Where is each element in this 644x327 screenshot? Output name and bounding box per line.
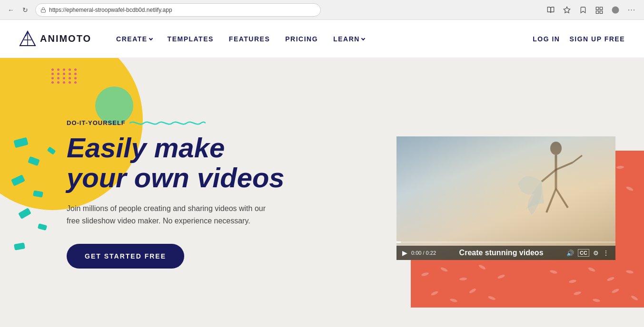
favorites-button[interactable] — [560, 3, 574, 17]
menu-button[interactable]: ··· — [625, 3, 638, 17]
login-link[interactable]: LOG IN — [533, 35, 560, 43]
profile-button[interactable] — [609, 3, 622, 17]
bookmark-button[interactable] — [576, 3, 590, 17]
browser-chrome: ← ↻ https://ephemeral-stroopwafel-bcdb0d… — [0, 0, 644, 20]
svg-rect-2 — [596, 7, 598, 10]
cta-button[interactable]: GET STARTED FREE — [67, 244, 184, 269]
svg-point-41 — [459, 277, 467, 280]
browser-controls: ← ↻ — [6, 5, 30, 15]
svg-point-43 — [497, 274, 505, 279]
svg-point-42 — [478, 264, 486, 270]
address-bar[interactable]: https://ephemeral-stroopwafel-bcdb0d.net… — [35, 3, 321, 17]
chevron-down-icon-2 — [361, 36, 365, 40]
logo-link[interactable]: ANIMOTO — [19, 30, 91, 48]
svg-point-45 — [569, 279, 577, 284]
overflow-menu-button[interactable]: ⋮ — [603, 249, 610, 257]
nav-learn[interactable]: LEARN — [327, 31, 370, 47]
hero-section: DO-IT-YOURSELF Easily make your own vide… — [0, 58, 644, 327]
nav-right: LOG IN SIGN UP FREE — [533, 35, 625, 43]
play-button[interactable]: ▶ — [402, 249, 407, 257]
nav-pricing[interactable]: PRICING — [279, 31, 324, 47]
settings-button[interactable]: ⚙ — [593, 250, 599, 257]
website: ANIMOTO CREATE TEMPLATES FEATURES PRICIN… — [0, 20, 644, 327]
svg-point-55 — [611, 288, 619, 294]
reader-mode-button[interactable] — [544, 3, 557, 17]
svg-point-56 — [631, 295, 639, 301]
logo-text: ANIMOTO — [40, 33, 91, 44]
svg-point-50 — [449, 298, 457, 303]
svg-point-32 — [625, 186, 634, 192]
video-progress-bar[interactable] — [396, 241, 615, 243]
svg-point-6 — [612, 6, 619, 13]
svg-point-51 — [469, 288, 477, 294]
nav-links: CREATE TEMPLATES FEATURES PRICING LEARN — [110, 31, 533, 47]
pink-dots-decoration — [51, 68, 78, 84]
video-caption: Create stunning videos — [440, 249, 563, 257]
svg-point-49 — [430, 290, 438, 296]
captions-button[interactable]: CC — [578, 249, 589, 257]
browser-actions: ··· — [544, 3, 638, 17]
teal-mark-5 — [18, 208, 31, 219]
svg-rect-5 — [600, 11, 602, 13]
svg-point-48 — [626, 270, 634, 274]
signup-link[interactable]: SIGN UP FREE — [569, 35, 625, 43]
svg-point-44 — [549, 269, 557, 274]
squiggle-decoration — [129, 118, 206, 128]
video-time: 0:00 / 0:22 — [411, 250, 436, 256]
svg-point-39 — [421, 272, 429, 277]
collections-button[interactable] — [593, 3, 606, 17]
nav-create[interactable]: CREATE — [110, 31, 158, 47]
url-text: https://ephemeral-stroopwafel-bcdb0d.net… — [49, 7, 172, 13]
svg-marker-1 — [564, 7, 570, 13]
back-button[interactable]: ← — [6, 5, 16, 15]
logo-icon — [19, 30, 36, 48]
reload-button[interactable]: ↻ — [20, 5, 30, 15]
svg-point-47 — [606, 276, 614, 281]
svg-point-54 — [593, 298, 601, 303]
nav-features[interactable]: FEATURES — [223, 31, 276, 47]
hero-video-area: ▶ 0:00 / 0:22 Create stunning videos 🔊 C… — [396, 132, 644, 255]
svg-point-46 — [587, 267, 595, 272]
nav-templates[interactable]: TEMPLATES — [162, 31, 219, 47]
svg-rect-4 — [596, 11, 598, 13]
svg-point-21 — [616, 165, 624, 169]
hero-content: DO-IT-YOURSELF Easily make your own vide… — [67, 118, 285, 269]
volume-button[interactable]: 🔊 — [566, 250, 574, 257]
teal-mark-6 — [38, 223, 47, 231]
svg-point-53 — [573, 291, 581, 296]
video-controls: ▶ 0:00 / 0:22 Create stunning videos 🔊 C… — [396, 246, 615, 260]
svg-point-52 — [487, 295, 495, 300]
hero-title: Easily make your own videos — [67, 133, 285, 193]
svg-rect-0 — [41, 10, 46, 12]
hero-description: Join millions of people creating and sha… — [67, 202, 276, 227]
teal-mark-7 — [14, 242, 25, 250]
video-player[interactable]: ▶ 0:00 / 0:22 Create stunning videos 🔊 C… — [396, 136, 615, 260]
svg-rect-3 — [600, 7, 602, 10]
chevron-down-icon — [149, 36, 152, 40]
navbar: ANIMOTO CREATE TEMPLATES FEATURES PRICIN… — [0, 20, 644, 58]
video-progress-fill — [396, 241, 401, 243]
svg-point-40 — [440, 267, 448, 272]
hero-tag: DO-IT-YOURSELF — [67, 118, 285, 128]
